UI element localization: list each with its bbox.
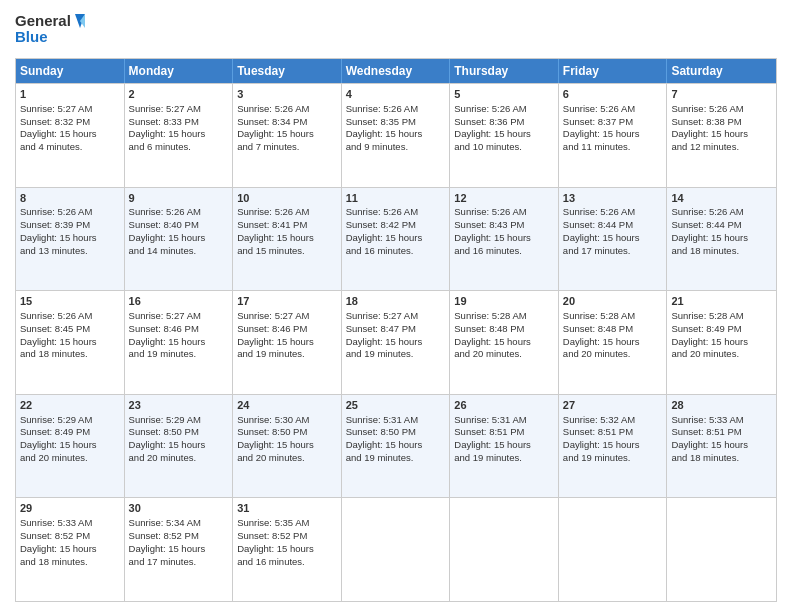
- day-info-line: Daylight: 15 hours: [20, 543, 120, 556]
- day-cell-3: 3Sunrise: 5:26 AMSunset: 8:34 PMDaylight…: [233, 84, 342, 187]
- day-cell-20: 20Sunrise: 5:28 AMSunset: 8:48 PMDayligh…: [559, 291, 668, 394]
- day-cell-31: 31Sunrise: 5:35 AMSunset: 8:52 PMDayligh…: [233, 498, 342, 601]
- day-number: 3: [237, 87, 337, 102]
- day-info-line: Daylight: 15 hours: [671, 439, 772, 452]
- day-number: 17: [237, 294, 337, 309]
- day-number: 31: [237, 501, 337, 516]
- day-info-line: Daylight: 15 hours: [563, 128, 663, 141]
- day-info-line: Daylight: 15 hours: [346, 336, 446, 349]
- day-number: 26: [454, 398, 554, 413]
- day-number: 20: [563, 294, 663, 309]
- day-info-line: and 11 minutes.: [563, 141, 663, 154]
- day-info-line: Sunset: 8:42 PM: [346, 219, 446, 232]
- day-info-line: Daylight: 15 hours: [129, 232, 229, 245]
- day-cell-30: 30Sunrise: 5:34 AMSunset: 8:52 PMDayligh…: [125, 498, 234, 601]
- day-number: 25: [346, 398, 446, 413]
- day-cell-14: 14Sunrise: 5:26 AMSunset: 8:44 PMDayligh…: [667, 188, 776, 291]
- day-info-line: Daylight: 15 hours: [454, 232, 554, 245]
- logo: General Blue: [15, 10, 85, 52]
- day-number: 18: [346, 294, 446, 309]
- day-info-line: Sunset: 8:32 PM: [20, 116, 120, 129]
- day-info-line: Sunrise: 5:30 AM: [237, 414, 337, 427]
- day-cell-23: 23Sunrise: 5:29 AMSunset: 8:50 PMDayligh…: [125, 395, 234, 498]
- header: General Blue: [15, 10, 777, 52]
- day-info-line: and 17 minutes.: [563, 245, 663, 258]
- header-day-monday: Monday: [125, 59, 234, 83]
- empty-cell: [559, 498, 668, 601]
- day-info-line: Sunrise: 5:26 AM: [454, 206, 554, 219]
- day-info-line: Daylight: 15 hours: [346, 232, 446, 245]
- day-number: 24: [237, 398, 337, 413]
- day-cell-4: 4Sunrise: 5:26 AMSunset: 8:35 PMDaylight…: [342, 84, 451, 187]
- day-info-line: Daylight: 15 hours: [346, 439, 446, 452]
- day-info-line: Sunset: 8:38 PM: [671, 116, 772, 129]
- day-info-line: Daylight: 15 hours: [237, 232, 337, 245]
- day-cell-18: 18Sunrise: 5:27 AMSunset: 8:47 PMDayligh…: [342, 291, 451, 394]
- day-cell-6: 6Sunrise: 5:26 AMSunset: 8:37 PMDaylight…: [559, 84, 668, 187]
- day-info-line: Daylight: 15 hours: [563, 439, 663, 452]
- day-info-line: Sunrise: 5:26 AM: [346, 103, 446, 116]
- empty-cell: [450, 498, 559, 601]
- day-info-line: Daylight: 15 hours: [129, 336, 229, 349]
- day-info-line: and 16 minutes.: [454, 245, 554, 258]
- day-info-line: Sunrise: 5:31 AM: [454, 414, 554, 427]
- day-info-line: Daylight: 15 hours: [671, 128, 772, 141]
- day-info-line: Sunrise: 5:28 AM: [563, 310, 663, 323]
- day-info-line: and 20 minutes.: [237, 452, 337, 465]
- day-number: 1: [20, 87, 120, 102]
- svg-text:General: General: [15, 12, 71, 29]
- day-info-line: Sunrise: 5:26 AM: [563, 103, 663, 116]
- day-info-line: Daylight: 15 hours: [20, 439, 120, 452]
- day-number: 29: [20, 501, 120, 516]
- day-info-line: and 20 minutes.: [129, 452, 229, 465]
- day-info-line: Sunrise: 5:27 AM: [346, 310, 446, 323]
- day-info-line: Sunset: 8:50 PM: [237, 426, 337, 439]
- day-info-line: Sunrise: 5:33 AM: [20, 517, 120, 530]
- day-info-line: Sunset: 8:50 PM: [129, 426, 229, 439]
- day-number: 21: [671, 294, 772, 309]
- day-info-line: Daylight: 15 hours: [237, 336, 337, 349]
- calendar-header: SundayMondayTuesdayWednesdayThursdayFrid…: [16, 59, 776, 83]
- day-number: 22: [20, 398, 120, 413]
- day-cell-7: 7Sunrise: 5:26 AMSunset: 8:38 PMDaylight…: [667, 84, 776, 187]
- day-info-line: Sunrise: 5:26 AM: [20, 310, 120, 323]
- day-info-line: Sunset: 8:50 PM: [346, 426, 446, 439]
- day-info-line: Daylight: 15 hours: [671, 336, 772, 349]
- day-cell-29: 29Sunrise: 5:33 AMSunset: 8:52 PMDayligh…: [16, 498, 125, 601]
- day-number: 2: [129, 87, 229, 102]
- page: General Blue SundayMondayTuesdayWednesda…: [0, 0, 792, 612]
- day-info-line: Sunset: 8:36 PM: [454, 116, 554, 129]
- week-row-2: 8Sunrise: 5:26 AMSunset: 8:39 PMDaylight…: [16, 187, 776, 291]
- logo-svg: General Blue: [15, 10, 85, 52]
- day-cell-27: 27Sunrise: 5:32 AMSunset: 8:51 PMDayligh…: [559, 395, 668, 498]
- day-info-line: and 20 minutes.: [671, 348, 772, 361]
- day-cell-11: 11Sunrise: 5:26 AMSunset: 8:42 PMDayligh…: [342, 188, 451, 291]
- day-cell-24: 24Sunrise: 5:30 AMSunset: 8:50 PMDayligh…: [233, 395, 342, 498]
- day-info-line: Sunrise: 5:27 AM: [129, 310, 229, 323]
- day-info-line: Daylight: 15 hours: [20, 232, 120, 245]
- day-info-line: and 20 minutes.: [563, 348, 663, 361]
- day-number: 11: [346, 191, 446, 206]
- day-info-line: and 7 minutes.: [237, 141, 337, 154]
- day-info-line: and 10 minutes.: [454, 141, 554, 154]
- day-info-line: and 18 minutes.: [20, 556, 120, 569]
- day-info-line: Sunset: 8:35 PM: [346, 116, 446, 129]
- day-number: 4: [346, 87, 446, 102]
- day-number: 19: [454, 294, 554, 309]
- day-cell-19: 19Sunrise: 5:28 AMSunset: 8:48 PMDayligh…: [450, 291, 559, 394]
- day-number: 16: [129, 294, 229, 309]
- day-number: 27: [563, 398, 663, 413]
- day-info-line: Sunrise: 5:29 AM: [20, 414, 120, 427]
- day-info-line: Sunrise: 5:29 AM: [129, 414, 229, 427]
- day-info-line: Sunset: 8:48 PM: [454, 323, 554, 336]
- day-info-line: Sunset: 8:41 PM: [237, 219, 337, 232]
- day-info-line: Sunset: 8:46 PM: [129, 323, 229, 336]
- day-cell-2: 2Sunrise: 5:27 AMSunset: 8:33 PMDaylight…: [125, 84, 234, 187]
- day-cell-17: 17Sunrise: 5:27 AMSunset: 8:46 PMDayligh…: [233, 291, 342, 394]
- day-info-line: Sunrise: 5:35 AM: [237, 517, 337, 530]
- day-info-line: Sunrise: 5:28 AM: [454, 310, 554, 323]
- day-number: 6: [563, 87, 663, 102]
- day-info-line: Daylight: 15 hours: [237, 439, 337, 452]
- day-info-line: Daylight: 15 hours: [346, 128, 446, 141]
- day-number: 13: [563, 191, 663, 206]
